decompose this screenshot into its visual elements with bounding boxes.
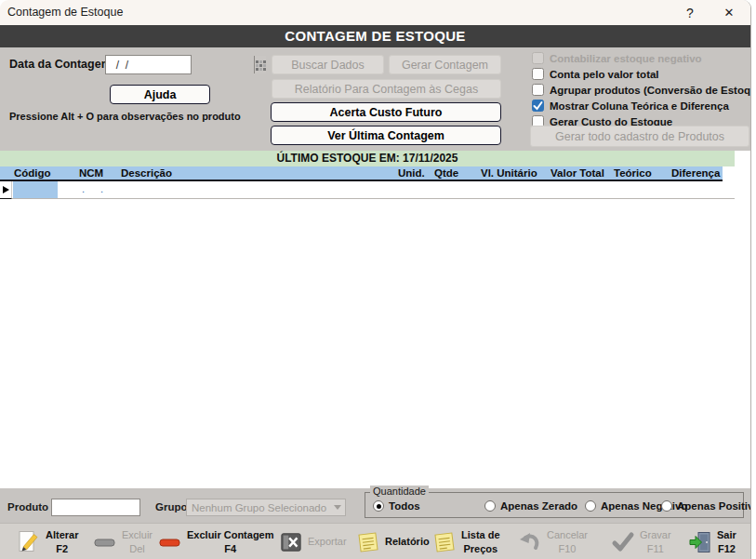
date-label: Data da Contagem: xyxy=(9,58,115,71)
toolbar-label: Lista de xyxy=(461,528,500,541)
radio-label: Apenas Zerado xyxy=(500,500,577,512)
toolbar-key: F10 xyxy=(547,542,588,555)
relatorio-contagem-cegas-button[interactable]: Relatório Para Contagem às Cegas xyxy=(272,79,501,99)
sair-button[interactable]: SairF12 xyxy=(688,527,736,556)
quantity-legend: Quantidade xyxy=(370,486,429,497)
quantity-groupbox: Quantidade Todos Apenas Zerado Apenas Ne… xyxy=(365,492,744,518)
cancelar-button[interactable]: CancelarF10 xyxy=(518,527,588,556)
help-button[interactable]: ? xyxy=(674,3,706,23)
group-dropdown-value: Nenhum Grupo Selecionado xyxy=(187,502,330,513)
toolbar-key: Preços xyxy=(461,542,500,555)
column-header-unid[interactable]: Unid. xyxy=(398,167,425,179)
notepad-icon xyxy=(356,530,380,554)
app-window: Contagem de Estoque ? ✕ CONTAGEM DE ESTO… xyxy=(0,0,751,559)
column-header-qtde[interactable]: Qtde xyxy=(434,167,458,179)
radio-label: Apenas Positivo xyxy=(677,500,751,512)
minus-gray-icon xyxy=(93,530,117,554)
pencil-icon xyxy=(17,530,41,554)
row-selector xyxy=(0,181,12,199)
calendar-picker-button[interactable] xyxy=(254,56,266,73)
column-header-vl-unitario[interactable]: Vl. Unitário xyxy=(481,167,537,179)
toolbar-label: Excluir Contagem xyxy=(187,528,274,541)
minus-red-icon xyxy=(158,530,182,554)
acerta-custo-futuro-button[interactable]: Acerta Custo Futuro xyxy=(271,102,501,122)
radio-apenas-positivo[interactable]: Apenas Positivo xyxy=(661,499,751,512)
group-dropdown[interactable]: Nenhum Grupo Selecionado xyxy=(186,499,346,516)
column-header-diferenca[interactable]: Diferença xyxy=(671,167,720,179)
ncm-mask: . . xyxy=(82,183,110,194)
radio-icon xyxy=(661,500,672,512)
checkbox-label: Conta pelo valor total xyxy=(550,69,659,80)
chevron-down-icon xyxy=(330,505,345,510)
page-title: CONTAGEM DE ESTOQUE xyxy=(0,25,750,47)
date-input[interactable] xyxy=(106,56,254,73)
column-header-descricao[interactable]: Descrição xyxy=(121,167,172,179)
toolbar-key: F11 xyxy=(640,542,671,555)
close-button[interactable]: ✕ xyxy=(713,3,745,23)
filter-bar: Produto Grupo Nenhum Grupo Selecionado Q… xyxy=(0,488,750,523)
checkbox-icon xyxy=(532,84,544,96)
excluir-contagem-button[interactable]: Excluir ContagemF4 xyxy=(158,527,274,556)
exit-door-icon xyxy=(688,530,712,554)
radio-todos[interactable]: Todos xyxy=(373,499,420,512)
titlebar: Contagem de Estoque ? ✕ xyxy=(0,0,750,25)
toolbar-label: Sair xyxy=(717,528,736,541)
toolbar-label: Relatório xyxy=(385,535,430,548)
exportar-button[interactable]: Exportar xyxy=(279,527,347,556)
column-header-ncm[interactable]: NCM xyxy=(79,167,103,179)
table-row[interactable]: . . xyxy=(0,181,735,199)
form-area: Data da Contagem: Ajuda Pressione Alt + … xyxy=(0,47,750,151)
bottom-toolbar: AlterarF2 ExcluirDel Excluir ContagemF4 xyxy=(0,523,750,559)
ver-ultima-contagem-button[interactable]: Ver Última Contagem xyxy=(271,126,501,145)
column-header-valor-total[interactable]: Valor Total xyxy=(550,167,604,179)
buscar-dados-button[interactable]: Buscar Dados xyxy=(272,55,384,74)
checkbox-label: Mostrar Coluna Teórica e Diferença xyxy=(550,100,729,112)
ajuda-button[interactable]: Ajuda xyxy=(110,85,210,104)
toolbar-label: Cancelar xyxy=(547,528,588,541)
excel-icon xyxy=(279,530,303,554)
alterar-button[interactable]: AlterarF2 xyxy=(17,527,78,556)
gerar-contagem-button[interactable]: Gerar Contagem xyxy=(389,55,501,74)
radio-icon xyxy=(373,500,384,512)
row-selector-arrow-icon xyxy=(3,186,9,193)
date-field[interactable] xyxy=(105,55,192,74)
toolbar-key: F2 xyxy=(46,542,78,555)
radio-label: Todos xyxy=(389,500,420,512)
checkbox-agrupar-produtos[interactable]: Agrupar produtos (Conversão de Estoque) xyxy=(532,83,751,97)
toolbar-key: Del xyxy=(122,542,153,555)
product-input[interactable] xyxy=(51,499,140,516)
table-header: Código NCM Descrição Unid. Qtde Vl. Unit… xyxy=(0,166,723,181)
excluir-button[interactable]: ExcluirDel xyxy=(93,527,153,556)
toolbar-label: Excluir xyxy=(122,528,153,541)
gravar-button[interactable]: GravarF11 xyxy=(611,527,671,556)
radio-icon xyxy=(484,500,496,512)
undo-arrow-icon xyxy=(518,530,542,554)
product-label: Produto xyxy=(7,501,48,512)
check-icon xyxy=(611,530,635,554)
checkbox-conta-pelo-valor-total[interactable]: Conta pelo valor total xyxy=(532,67,659,81)
toolbar-key: F4 xyxy=(187,542,274,555)
checkbox-mostrar-coluna-teorica[interactable]: Mostrar Coluna Teórica e Diferença xyxy=(532,99,729,113)
relatorio-button[interactable]: Relatório xyxy=(356,527,430,556)
toolbar-label: Gravar xyxy=(640,528,671,541)
gerar-todo-cadastro-button[interactable]: Gerar todo cadastro de Produtos xyxy=(530,126,749,147)
toolbar-key: F12 xyxy=(717,542,736,555)
group-label: Grupo xyxy=(155,501,188,512)
lista-de-precos-button[interactable]: Lista dePreços xyxy=(432,527,500,556)
notepad-icon xyxy=(432,530,457,554)
checkbox-icon xyxy=(532,100,544,112)
radio-apenas-zerado[interactable]: Apenas Zerado xyxy=(484,499,577,512)
checkbox-icon xyxy=(532,68,544,80)
column-header-codigo[interactable]: Código xyxy=(14,167,51,179)
checkbox-label: Contabilizar estoque negativo xyxy=(550,53,702,64)
checkbox-label: Agrupar produtos (Conversão de Estoque) xyxy=(550,85,751,96)
checkbox-icon xyxy=(532,52,544,64)
window-title: Contagem de Estoque xyxy=(7,6,123,19)
toolbar-label: Alterar xyxy=(46,528,78,541)
selected-cell-codigo[interactable] xyxy=(13,181,58,198)
column-header-teorico[interactable]: Teórico xyxy=(614,167,652,179)
checkbox-contabilizar-estoque-negativo[interactable]: Contabilizar estoque negativo xyxy=(532,51,702,65)
toolbar-label: Exportar xyxy=(308,535,347,548)
last-stock-banner: ÚLTIMO ESTOQUE EM: 17/11/2025 xyxy=(0,151,735,166)
alt-o-hint: Pressione Alt + O para observações no pr… xyxy=(9,111,241,122)
